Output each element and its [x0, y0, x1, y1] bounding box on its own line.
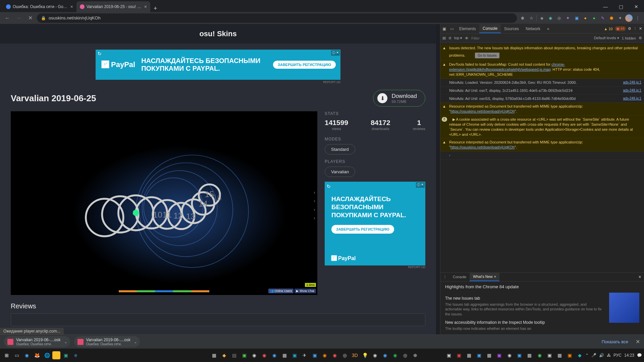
drawer-tab-console[interactable]: Console — [449, 273, 470, 281]
tray-icon[interactable]: 3D — [350, 351, 360, 360]
tray-icon[interactable]: ▣ — [444, 351, 454, 360]
tray-icon[interactable]: ◉ — [535, 351, 544, 360]
clock[interactable]: 14:23 — [624, 353, 634, 358]
chrome-menu-icon[interactable]: ⋮ — [634, 14, 641, 22]
tray-icon[interactable]: ◉ — [505, 351, 514, 360]
tray-icon[interactable]: ◎ — [340, 351, 350, 360]
close-window-button[interactable]: ✕ — [629, 1, 644, 12]
tray-icon[interactable]: ◆ — [575, 351, 585, 360]
tab-elements[interactable]: Elements — [456, 24, 479, 33]
ad-close-icon[interactable]: ⓘ✕ — [331, 50, 340, 56]
minimize-button[interactable]: — — [598, 1, 613, 12]
more-tabs-icon[interactable]: » — [544, 24, 553, 33]
chevron-down-icon[interactable]: ⌄ — [134, 340, 137, 344]
close-icon[interactable]: × — [144, 4, 147, 9]
tray-icon[interactable]: ◆ — [219, 351, 229, 360]
address-bar[interactable]: 🔒 osuskins.net/skin/vjUqKOh — [37, 13, 517, 23]
tab-network[interactable]: Network — [522, 24, 544, 33]
microphone-icon[interactable]: 🎤 — [591, 353, 596, 358]
stop-reload-button[interactable]: ✕ — [25, 13, 35, 23]
extensions-menu-icon[interactable]: ✦ — [616, 14, 624, 22]
tab-sources[interactable]: Sources — [501, 24, 522, 33]
tray-icon[interactable]: ▣ — [290, 351, 299, 360]
chevron-down-icon[interactable]: ⌄ — [64, 340, 67, 344]
tray-icon[interactable]: ◎ — [400, 351, 410, 360]
tray-icon[interactable]: ▦ — [209, 351, 219, 360]
notifications-icon[interactable]: 💬 — [637, 353, 642, 358]
close-drawer-icon[interactable]: ✕ — [636, 275, 644, 279]
tray-icon[interactable]: 💡 — [360, 351, 370, 360]
extension-icon[interactable]: ▣ — [573, 14, 580, 22]
tab-console[interactable]: Console — [479, 24, 501, 33]
network-icon[interactable]: 🖧 — [607, 353, 611, 358]
review-input[interactable] — [11, 313, 425, 326]
sidebar-toggle-icon[interactable]: ▤ — [442, 36, 446, 40]
mode-chip[interactable]: Standard — [325, 144, 355, 155]
extension-icon[interactable]: ✦ — [564, 14, 572, 22]
tray-icon[interactable]: ◉ — [330, 351, 339, 360]
tray-icon[interactable]: ▦ — [465, 351, 474, 360]
browser-tab[interactable]: Ошибка: Ошибка сети - Google × — [3, 1, 76, 12]
log-levels-selector[interactable]: Default levels ▾ — [594, 36, 619, 40]
source-link[interactable]: ads-249.js:1 — [623, 96, 641, 101]
new-tab-button[interactable]: + — [150, 5, 161, 12]
extension-icon[interactable]: ◉ — [547, 14, 554, 22]
extension-icon[interactable]: ● — [590, 14, 598, 22]
report-ad-link[interactable]: REPORT AD — [325, 265, 425, 269]
maximize-button[interactable]: ▢ — [613, 1, 629, 12]
ad-close-icon[interactable]: ⓘ✕ — [416, 182, 425, 188]
device-icon[interactable]: ▭ — [448, 24, 456, 33]
skin-preview[interactable]: 101112 13141516 ›››› 1.6ms 👥 Online User… — [11, 111, 317, 295]
taskbar-app-icon[interactable]: 🌐 — [42, 351, 52, 360]
tray-icon[interactable]: ✈ — [300, 351, 309, 360]
top-ad-banner[interactable]: ↻ 🅿 PayPal НАСЛАЖДАЙТЕСЬ БЕЗОПАСНЫМИПОКУ… — [96, 50, 340, 80]
tray-icon[interactable]: ▦ — [555, 351, 565, 360]
drawer-toggle-icon[interactable]: ⋮ — [440, 275, 449, 279]
tray-icon[interactable]: ◉ — [370, 351, 380, 360]
side-ad-banner[interactable]: ↻ ⓘ✕ НАСЛАЖДАЙТЕСЬБЕЗОПАСНЫМИПОКУПКАМИ С… — [325, 182, 425, 265]
extension-icon[interactable]: ● — [582, 14, 589, 22]
tray-icon[interactable]: ◉ — [380, 351, 390, 360]
ad-cta-button[interactable]: ЗАВЕРШИТЬ РЕГИСТРАЦИЮ — [331, 225, 394, 234]
more-icon[interactable]: ⋮ — [633, 26, 637, 31]
page-scrollbar[interactable] — [436, 24, 440, 335]
ad-refresh-icon[interactable]: ↻ — [327, 184, 331, 189]
extension-icon[interactable]: ◆ — [538, 14, 545, 22]
show-all-downloads-link[interactable]: Показать все — [602, 339, 628, 344]
extension-icon[interactable]: ◎ — [555, 14, 563, 22]
report-ad-link[interactable]: REPORT AD — [96, 80, 340, 84]
error-count[interactable]: ▣ 44 — [615, 26, 626, 31]
profile-avatar[interactable] — [625, 14, 633, 22]
download-item[interactable]: Varvalian 2019-06-....oskОшибка: Ошибка … — [74, 336, 140, 347]
tray-icon[interactable]: ▣ — [475, 351, 484, 360]
taskbar-app-icon[interactable] — [52, 351, 60, 359]
progress-bar[interactable] — [119, 290, 209, 292]
start-button[interactable]: ⊞ — [2, 351, 11, 360]
hidden-count[interactable]: 1 hidden — [622, 36, 636, 40]
tray-icon[interactable]: ◉ — [250, 351, 259, 360]
tray-icon[interactable]: ▣ — [495, 351, 504, 360]
star-icon[interactable]: ☆ — [528, 14, 535, 22]
browser-tab[interactable]: Varvalian 2019-06-25 - osu! Skin × — [76, 1, 150, 12]
tray-icon[interactable]: ◉ — [270, 351, 279, 360]
tray-icon[interactable]: ◉ — [390, 351, 400, 360]
source-link[interactable]: ads-249.js:1 — [623, 80, 641, 85]
console-settings-icon[interactable]: ⚙ — [639, 36, 642, 40]
close-devtools-icon[interactable]: ✕ — [639, 26, 642, 31]
tray-icon[interactable]: ▣ — [545, 351, 554, 360]
show-chat-button[interactable]: ▶ Show Chat — [294, 289, 316, 293]
context-selector[interactable]: top ▾ — [454, 36, 462, 40]
extension-icon[interactable]: ✎ — [599, 14, 606, 22]
preview-nav-arrows[interactable]: ›››› — [314, 188, 315, 222]
taskbar-app-icon[interactable]: 🦊 — [32, 351, 42, 360]
tray-icon[interactable]: ▣ — [310, 351, 319, 360]
tray-icon[interactable]: ◉ — [260, 351, 269, 360]
go-to-issues-button[interactable]: Go to Issues — [475, 53, 499, 59]
download-item[interactable]: Varvalian 2019-06-....oskОшибка: Ошибка … — [4, 336, 70, 347]
back-button[interactable]: ← — [3, 13, 12, 23]
ad-refresh-icon[interactable]: ↻ — [98, 51, 102, 56]
tray-icon[interactable]: ▦ — [485, 351, 494, 360]
clear-console-icon[interactable]: ⊘ — [448, 36, 451, 40]
volume-icon[interactable]: 🔊 — [599, 353, 604, 358]
tray-expand-icon[interactable]: ⌃ — [585, 353, 589, 358]
